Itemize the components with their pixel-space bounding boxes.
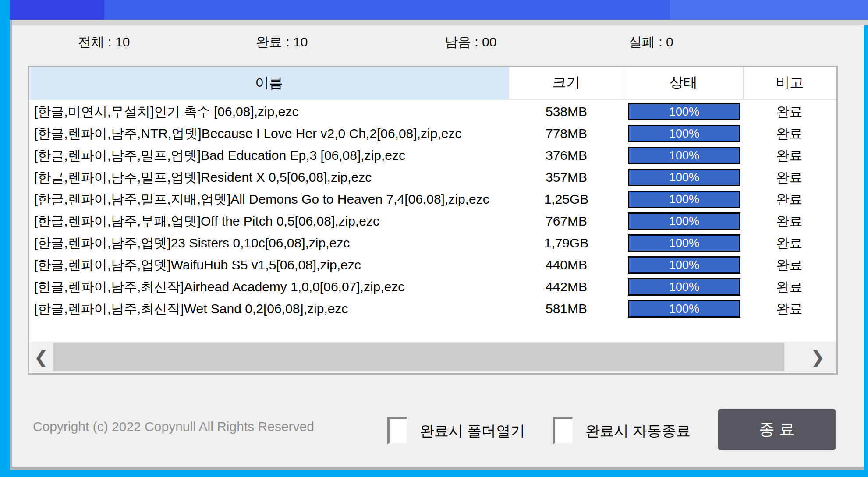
progress-label: 100%: [629, 236, 739, 251]
progress-label: 100%: [629, 126, 739, 141]
auto-exit-checkbox[interactable]: [553, 417, 573, 444]
status-note: 완료: [743, 101, 836, 123]
file-name: [한글,렌파이,남주,밀프,업뎃]Resident X 0,5[06,08],z…: [34, 166, 508, 188]
window-border-bottom: [0, 470, 868, 477]
progress-bar: 100%: [628, 256, 740, 274]
progress-bar: 100%: [628, 147, 740, 164]
scroll-right-icon[interactable]: ❯: [799, 342, 836, 372]
open-folder-label: 완료시 폴더열기: [420, 421, 525, 441]
inner-border-left: [10, 20, 12, 467]
auto-exit-label: 완료시 자동종료: [585, 421, 691, 441]
open-folder-checkbox[interactable]: [387, 417, 407, 444]
titlebar-segment-mid: [104, 0, 670, 20]
progress-label: 100%: [629, 192, 739, 207]
progress-label: 100%: [629, 279, 739, 294]
scrollbar-thumb[interactable]: [53, 343, 784, 371]
status-note: 완료: [743, 166, 836, 188]
file-name: [한글,렌파이,남주,밀프,업뎃]Bad Education Ep,3 [06,…: [34, 145, 508, 166]
status-note: 완료: [743, 298, 836, 320]
file-name: [한글,렌파이,남주,밀프,지배,업뎃]All Demons Go to Hea…: [34, 188, 508, 210]
table-row[interactable]: [한글,렌파이,남주,업뎃]23 Sisters 0,10c[06,08],zi…: [29, 232, 836, 254]
header-size[interactable]: 크기: [509, 67, 624, 100]
header-note[interactable]: 비고: [743, 67, 836, 100]
file-size: 538MB: [509, 101, 624, 123]
progress-label: 100%: [629, 170, 739, 185]
titlebar-segment-left: [10, 0, 104, 20]
file-size: 440MB: [509, 254, 624, 276]
progress-label: 100%: [629, 104, 739, 119]
status-note: 완료: [743, 232, 836, 254]
table-row[interactable]: [한글,렌파이,남주,밀프,지배,업뎃]All Demons Go to Hea…: [29, 188, 836, 210]
copyright-text: Copyright (c) 2022 Copynull All Rights R…: [33, 419, 314, 434]
table-row[interactable]: [한글,렌파이,남주,밀프,업뎃]Bad Education Ep,3 [06,…: [29, 145, 836, 166]
progress-bar: 100%: [628, 212, 740, 230]
table-row[interactable]: [한글,렌파이,남주,최신작]Airhead Academy 1,0,0[06,…: [29, 276, 836, 298]
table-row[interactable]: [한글,렌파이,남주,부패,업뎃]Off the Pitch 0,5[06,08…: [29, 210, 836, 232]
status-note: 완료: [743, 210, 836, 232]
status-note: 완료: [743, 254, 836, 276]
table-row[interactable]: [한글,렌파이,남주,최신작]Wet Sand 0,2[06,08],zip,e…: [29, 298, 836, 320]
stat-failed: 실패 : 0: [629, 33, 673, 51]
titlebar-underline: [10, 20, 868, 25]
file-name: [한글,렌파이,남주,부패,업뎃]Off the Pitch 0,5[06,08…: [34, 210, 508, 232]
progress-label: 100%: [629, 214, 739, 229]
file-name: [한글,렌파이,남주,최신작]Airhead Academy 1,0,0[06,…: [34, 276, 508, 298]
progress-bar: 100%: [628, 300, 740, 318]
progress-bar: 100%: [628, 169, 740, 186]
file-name: [한글,렌파이,남주,NTR,업뎃]Because I Love Her v2,…: [34, 123, 508, 145]
table-row[interactable]: [한글,미연시,무설치]인기 촉수 [06,08],zip,ezc538MB10…: [29, 101, 836, 123]
download-list: 이름 크기 상태 비고 [한글,미연시,무설치]인기 촉수 [06,08],zi…: [28, 66, 838, 375]
file-size: 442MB: [509, 276, 624, 298]
status-note: 완료: [743, 276, 836, 298]
file-size: 778MB: [509, 123, 624, 145]
progress-label: 100%: [629, 148, 739, 163]
header-status[interactable]: 상태: [624, 67, 743, 100]
status-note: 완료: [743, 188, 836, 210]
file-size: 376MB: [509, 145, 624, 166]
stat-total: 전체 : 10: [78, 33, 130, 51]
table-row[interactable]: [한글,렌파이,남주,업뎃]WaifuHub S5 v1,5[06,08],zi…: [29, 254, 836, 276]
progress-bar: 100%: [628, 234, 740, 252]
window-border-right: [864, 0, 868, 477]
scroll-left-icon[interactable]: ❮: [29, 342, 53, 372]
status-note: 완료: [743, 145, 836, 166]
file-name: [한글,렌파이,남주,최신작]Wet Sand 0,2[06,08],zip,e…: [34, 298, 508, 320]
progress-bar: 100%: [628, 103, 740, 120]
stat-done: 완료 : 10: [256, 33, 308, 51]
progress-bar: 100%: [628, 125, 740, 142]
file-name: [한글,렌파이,남주,업뎃]23 Sisters 0,10c[06,08],zi…: [34, 232, 508, 254]
status-note: 완료: [743, 123, 836, 145]
file-name: [한글,렌파이,남주,업뎃]WaifuHub S5 v1,5[06,08],zi…: [34, 254, 508, 276]
progress-bar: 100%: [628, 191, 740, 208]
table-row[interactable]: [한글,렌파이,남주,밀프,업뎃]Resident X 0,5[06,08],z…: [29, 166, 836, 188]
file-size: 1,25GB: [509, 188, 624, 210]
file-size: 767MB: [509, 210, 624, 232]
stat-remaining: 남음 : 00: [445, 33, 496, 51]
file-size: 1,79GB: [509, 232, 624, 254]
progress-label: 100%: [629, 258, 739, 272]
exit-button[interactable]: 종 료: [718, 409, 836, 450]
progress-bar: 100%: [628, 278, 740, 296]
titlebar-segment-right: [670, 0, 868, 20]
download-manager-window: 전체 : 10 완료 : 10 남음 : 00 실패 : 0 이름 크기 상태 …: [0, 0, 868, 477]
inner-border-bottom: [10, 467, 864, 470]
table-rows: [한글,미연시,무설치]인기 촉수 [06,08],zip,ezc538MB10…: [29, 101, 836, 320]
file-size: 357MB: [509, 166, 624, 188]
progress-label: 100%: [629, 301, 739, 316]
list-header: 이름 크기 상태 비고: [29, 67, 836, 100]
horizontal-scrollbar[interactable]: ❮ ❯: [29, 342, 836, 372]
file-size: 581MB: [509, 298, 624, 320]
header-name[interactable]: 이름: [29, 67, 509, 100]
table-row[interactable]: [한글,렌파이,남주,NTR,업뎃]Because I Love Her v2,…: [29, 123, 836, 145]
window-border-left: [0, 0, 10, 477]
file-name: [한글,미연시,무설치]인기 촉수 [06,08],zip,ezc: [34, 101, 508, 123]
titlebar[interactable]: [10, 0, 868, 20]
